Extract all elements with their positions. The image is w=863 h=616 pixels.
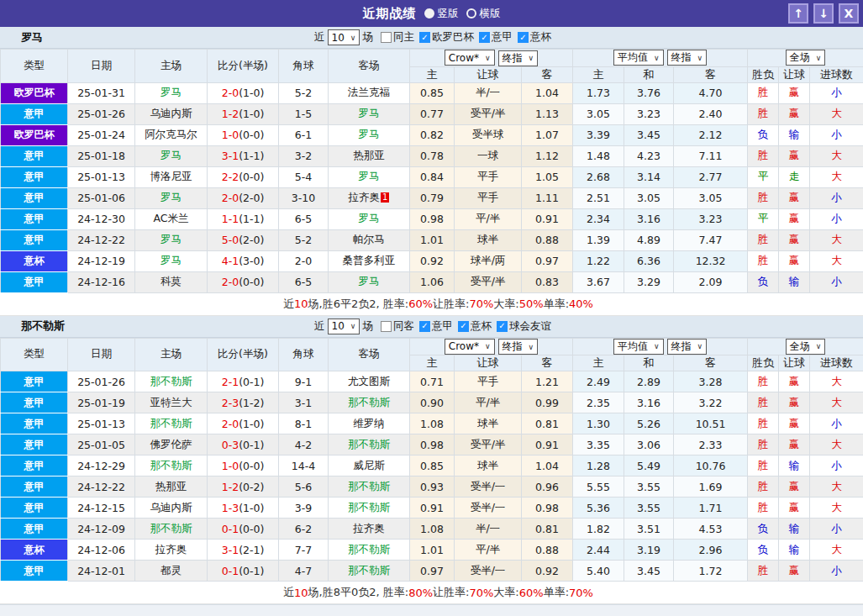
competition-checkbox[interactable]: ✓ — [419, 32, 430, 43]
corners: 4-2 — [279, 434, 329, 455]
average-final-select[interactable]: 终指∨ — [667, 50, 708, 66]
competition-filter-2[interactable]: ✓球会友谊 — [492, 319, 551, 334]
match-type-badge: 意甲 — [1, 413, 68, 434]
fulltime-score: 2-0 — [222, 276, 239, 288]
away-team: 那不勒斯 — [329, 561, 410, 582]
chevron-down-icon: ∨ — [654, 54, 660, 62]
goals-result: 大 — [810, 434, 863, 455]
move-down-button[interactable]: ↓ — [813, 3, 834, 24]
halftime-score: (0-0) — [239, 129, 264, 141]
handicap-result: 赢 — [779, 498, 810, 519]
avg-draw-odds: 3.29 — [624, 271, 674, 292]
avg-home-odds: 5.55 — [573, 476, 624, 498]
avg-draw-odds: 3.14 — [624, 166, 674, 187]
odds-final-select[interactable]: 终指∨ — [498, 50, 539, 66]
avg-away-odds: 10.51 — [674, 413, 748, 434]
competition-filter-1[interactable]: ✓意甲 — [474, 30, 513, 45]
match-row: 意甲25-01-06罗马2-0(2-0)3-10拉齐奥10.79平手1.112.… — [1, 187, 863, 208]
close-button[interactable]: X — [839, 3, 859, 24]
avg-draw-odds: 3.05 — [624, 187, 674, 208]
avg-draw-odds: 3.16 — [624, 208, 674, 229]
same-venue-filter[interactable]: 同主 — [376, 30, 414, 45]
corners: 6-5 — [279, 271, 329, 292]
handicap: 受半/一 — [455, 561, 522, 582]
select-value: Crow* — [449, 52, 479, 64]
move-up-button[interactable]: ↑ — [788, 3, 808, 24]
away-team-name: 那不勒斯 — [348, 501, 390, 513]
goals-result: 大 — [810, 476, 863, 498]
halftime-score: (0-0) — [239, 276, 264, 288]
home-team: 阿尔克马尔 — [135, 124, 208, 145]
handicap-result: 输 — [779, 124, 810, 145]
summary-stat-value: 10 — [294, 587, 308, 599]
match-date: 25-01-06 — [68, 187, 135, 208]
odds-final-select[interactable]: 终指∨ — [498, 339, 539, 355]
home-team: 那不勒斯 — [135, 413, 208, 434]
column-header-3: 比分(半场) — [208, 50, 279, 83]
avg-draw-odds: 3.23 — [624, 103, 674, 124]
avg-draw-odds: 4.23 — [624, 145, 674, 166]
radio-vertical-layout[interactable]: 竖版 — [424, 7, 459, 21]
odds-source-select[interactable]: Crow*∨ — [445, 50, 495, 66]
scope-select[interactable]: 全场∨ — [786, 339, 826, 355]
halftime-score: (0-0) — [239, 460, 264, 472]
match-count-select[interactable]: 10∨ — [328, 319, 360, 334]
match-date: 25-01-13 — [68, 413, 135, 434]
away-team: 罗马 — [329, 124, 410, 145]
home-odds: 1.08 — [410, 519, 455, 540]
scope-select[interactable]: 全场∨ — [786, 50, 826, 66]
same-venue-checkbox[interactable] — [381, 32, 392, 43]
away-odds: 0.91 — [522, 208, 573, 229]
fulltime-score: 2-0 — [222, 418, 239, 430]
match-type-badge: 欧罗巴杯 — [1, 124, 68, 145]
same-venue-checkbox[interactable] — [381, 321, 392, 332]
competition-filter-1[interactable]: ✓意杯 — [453, 319, 492, 334]
home-odds: 0.78 — [410, 145, 455, 166]
match-date: 24-12-16 — [68, 271, 135, 292]
average-select[interactable]: 平均值∨ — [613, 50, 664, 66]
competition-filter-0[interactable]: ✓意甲 — [414, 319, 453, 334]
competition-label: 意杯 — [530, 30, 551, 45]
away-team: 拉齐奥 — [329, 519, 410, 540]
section-header: 罗马 近10∨场同主✓欧罗巴杯✓意甲✓意杯 — [0, 27, 863, 49]
average-select[interactable]: 平均值∨ — [613, 339, 664, 355]
match-type-badge: 意甲 — [1, 561, 68, 582]
handicap: 球半 — [455, 413, 522, 434]
avg-home-odds: 3.05 — [573, 103, 624, 124]
competition-filter-0[interactable]: ✓欧罗巴杯 — [414, 30, 474, 45]
competition-filter-2[interactable]: ✓意杯 — [513, 30, 551, 45]
competition-checkbox[interactable]: ✓ — [458, 321, 469, 332]
away-team: 罗马 — [329, 103, 410, 124]
avg-draw-odds: 6.36 — [624, 250, 674, 271]
fulltime-score: 0-1 — [222, 523, 239, 535]
home-odds: 0.84 — [410, 166, 455, 187]
away-odds: 0.92 — [522, 561, 573, 582]
goals-result: 小 — [810, 208, 863, 229]
handicap: 平/半 — [455, 208, 522, 229]
match-date: 24-12-30 — [68, 208, 135, 229]
competition-checkbox[interactable]: ✓ — [518, 32, 529, 43]
handicap-result: 赢 — [779, 103, 810, 124]
odds-source-select[interactable]: Crow*∨ — [445, 339, 495, 355]
match-score: 2-2(0-0) — [208, 166, 279, 187]
match-row: 欧罗巴杯25-01-24阿尔克马尔1-0(0-0)6-1罗马0.82受半球1.0… — [1, 124, 863, 145]
competition-checkbox[interactable]: ✓ — [419, 321, 430, 332]
same-venue-filter[interactable]: 同客 — [376, 319, 414, 334]
match-row: 意甲25-01-19亚特兰大2-3(1-2)3-1那不勒斯0.90平/半0.99… — [1, 392, 863, 413]
away-team: 维罗纳 — [329, 413, 410, 434]
avg-draw-odds: 5.49 — [624, 455, 674, 476]
away-team-name: 那不勒斯 — [348, 564, 390, 577]
competition-checkbox[interactable]: ✓ — [497, 321, 508, 332]
handicap-result: 赢 — [779, 145, 810, 166]
match-count-select[interactable]: 10∨ — [328, 29, 360, 45]
avg-home-odds: 2.35 — [573, 392, 624, 413]
radio-horizontal-layout[interactable]: 横版 — [466, 7, 501, 21]
record-summary: 近10场,胜6平2负2, 胜率:60% 让胜率:70% 大率:50% 单率:40… — [0, 293, 863, 316]
match-date: 25-01-31 — [68, 82, 135, 103]
average-final-select[interactable]: 终指∨ — [667, 339, 708, 355]
win-loss-result: 胜 — [748, 561, 779, 582]
away-odds: 1.07 — [522, 124, 573, 145]
select-value: Crow* — [449, 340, 479, 352]
horizontal-scrollbar[interactable] — [0, 604, 863, 616]
competition-checkbox[interactable]: ✓ — [479, 32, 490, 43]
